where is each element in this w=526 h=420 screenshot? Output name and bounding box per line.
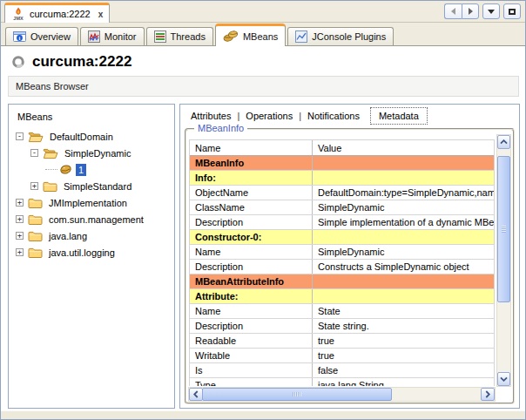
maximize-button[interactable] <box>503 3 521 19</box>
scroll-tabs-back-button[interactable] <box>444 3 462 19</box>
detail-tab-attributes[interactable]: Attributes <box>187 109 234 123</box>
tree-item-jmimplementation[interactable]: +JMImplementation <box>9 194 174 211</box>
main-tabbar: iOverviewMonitorThreadsMBeansJConsole Pl… <box>1 23 525 46</box>
mbeaninfo-box: MBeanInfo Name Value MBeanInfoInfo:Objec… <box>185 128 515 404</box>
expand-toggle-icon[interactable]: + <box>16 215 24 223</box>
scroll-left-button[interactable] <box>189 388 203 401</box>
table-row[interactable]: NameState <box>190 304 494 319</box>
tab-monitor[interactable]: Monitor <box>80 27 145 45</box>
tree-item-java-util-logging[interactable]: +java.util.logging <box>9 244 174 261</box>
row-value-cell: State string. <box>312 319 494 333</box>
tree-item-com-sun-management[interactable]: +com.sun.management <box>9 211 174 227</box>
table-row[interactable]: Info: <box>190 171 494 186</box>
mbeans-page: curcuma:2222 MBeans Browser MBeans -Defa… <box>1 46 525 410</box>
tab-overview[interactable]: iOverview <box>5 27 78 45</box>
mbeans-icon <box>223 30 239 43</box>
tree-item-defaultdomain[interactable]: -DefaultDomain <box>9 128 174 145</box>
table-body: MBeanInfoInfo:ObjectNameDefaultDomain:ty… <box>190 156 494 386</box>
table-row[interactable]: Writabletrue <box>190 349 494 363</box>
expand-toggle-icon[interactable]: + <box>16 199 24 207</box>
table-row[interactable]: DescriptionSimple implementation of a dy… <box>190 215 494 230</box>
expand-toggle-icon[interactable]: + <box>30 182 38 190</box>
row-value-cell <box>312 156 494 170</box>
frame-controls <box>444 3 521 19</box>
closed-folder-icon <box>28 230 43 242</box>
collapse-toggle-icon[interactable]: - <box>30 149 38 157</box>
detail-tab-metadata[interactable]: Metadata <box>370 107 428 125</box>
chevron-left-icon <box>193 390 199 398</box>
tab-jconsole-plugins[interactable]: JConsole Plugins <box>287 27 394 45</box>
row-value-cell: DefaultDomain:type=SimpleDynamic,name=1 <box>312 186 494 200</box>
table-row[interactable]: Isfalse <box>190 363 494 378</box>
chevron-up-icon <box>500 139 508 145</box>
table-row[interactable]: DescriptionConstructs a SimpleDynamic ob… <box>190 260 494 274</box>
monitor-icon <box>88 30 100 43</box>
vertical-scrollbar[interactable] <box>496 134 511 387</box>
tree-item-simpledynamic[interactable]: -SimpleDynamic <box>9 145 174 161</box>
row-name-cell: Description <box>190 319 312 333</box>
collapse-toggle-icon[interactable]: - <box>16 132 24 140</box>
row-name-cell: Description <box>190 260 312 274</box>
horizontal-scrollbar-thumb[interactable] <box>202 388 392 401</box>
tree-item-label: DefaultDomain <box>47 131 116 143</box>
tree-item-label: SimpleStandard <box>61 180 134 193</box>
row-value-cell: Constructs a SimpleDynamic object <box>312 260 494 274</box>
table-row[interactable]: Constructor-0: <box>190 230 494 245</box>
svg-text:i: i <box>19 35 21 41</box>
detail-tab-operations[interactable]: Operations <box>242 109 296 123</box>
row-value-cell: SimpleDynamic <box>312 200 494 214</box>
tab-label: Threads <box>171 31 206 42</box>
table-row[interactable]: ClassNameSimpleDynamic <box>190 200 494 215</box>
jmx-icon: JMX <box>11 7 25 21</box>
row-value-cell <box>312 274 494 288</box>
column-header-value[interactable]: Value <box>312 140 494 155</box>
scroll-tabs-forward-button[interactable] <box>462 3 479 19</box>
table-row[interactable]: Typejava.lang.String <box>190 378 494 386</box>
svg-text:JMX: JMX <box>13 16 24 21</box>
page-title: curcuma:2222 <box>11 53 132 71</box>
row-value-cell <box>312 230 494 244</box>
table-row[interactable]: MBeanAttributeInfo <box>190 274 494 289</box>
tree-item-java-lang[interactable]: +java.lang <box>9 227 174 244</box>
table-row[interactable]: DescriptionState string. <box>190 319 494 334</box>
tree-item-label: java.lang <box>46 230 90 242</box>
jconsole-plugins-icon <box>295 30 307 43</box>
column-header-name[interactable]: Name <box>190 140 312 155</box>
detail-tab-notifications[interactable]: Notifications <box>304 109 363 123</box>
row-name-cell: ClassName <box>190 200 312 214</box>
scroll-right-button[interactable] <box>481 388 495 401</box>
mbeans-tree: -DefaultDomain-SimpleDynamic1+SimpleStan… <box>9 128 174 261</box>
tab-mbeans[interactable]: MBeans <box>215 24 286 46</box>
mbean-icon <box>59 164 72 175</box>
tab-scroll-buttons <box>444 3 479 19</box>
open-folder-icon <box>43 147 58 159</box>
table-row[interactable]: MBeanInfo <box>190 156 494 171</box>
table-row[interactable]: Readabletrue <box>190 334 494 349</box>
overview-icon: i <box>13 30 26 43</box>
table-header-row: Name Value <box>190 140 494 156</box>
tab-threads[interactable]: Threads <box>146 27 213 45</box>
tree-item-label: com.sun.management <box>46 213 146 226</box>
tree-title: MBeans <box>9 105 174 128</box>
connection-tab[interactable]: JMX curcuma:2222 x <box>4 3 110 23</box>
expand-toggle-icon[interactable]: + <box>16 248 24 256</box>
chevron-down-icon <box>500 376 508 382</box>
open-folder-icon <box>28 131 44 143</box>
table-row[interactable]: NameSimpleDynamic <box>190 245 494 260</box>
row-value-cell: Simple implementation of a dynamic MBean… <box>312 215 494 229</box>
horizontal-scrollbar[interactable] <box>188 387 496 402</box>
table-row[interactable]: ObjectNameDefaultDomain:type=SimpleDynam… <box>190 186 494 200</box>
row-name-cell: Name <box>190 304 312 318</box>
tree-item-simplestandard[interactable]: +SimpleStandard <box>9 178 174 194</box>
expand-toggle-icon[interactable]: + <box>16 232 24 240</box>
minimize-button[interactable] <box>482 3 500 19</box>
scroll-down-button[interactable] <box>497 372 510 386</box>
mbean-detail-panel: Attributes|Operations|NotificationsMetad… <box>179 104 520 409</box>
scroll-up-button[interactable] <box>497 135 510 149</box>
row-name-cell: MBeanInfo <box>190 156 312 170</box>
row-value-cell: State <box>312 304 494 318</box>
tree-item-1[interactable]: 1 <box>9 161 174 178</box>
close-icon[interactable]: x <box>98 10 104 19</box>
vertical-scrollbar-thumb[interactable] <box>497 156 510 302</box>
table-row[interactable]: Attribute: <box>190 289 494 304</box>
